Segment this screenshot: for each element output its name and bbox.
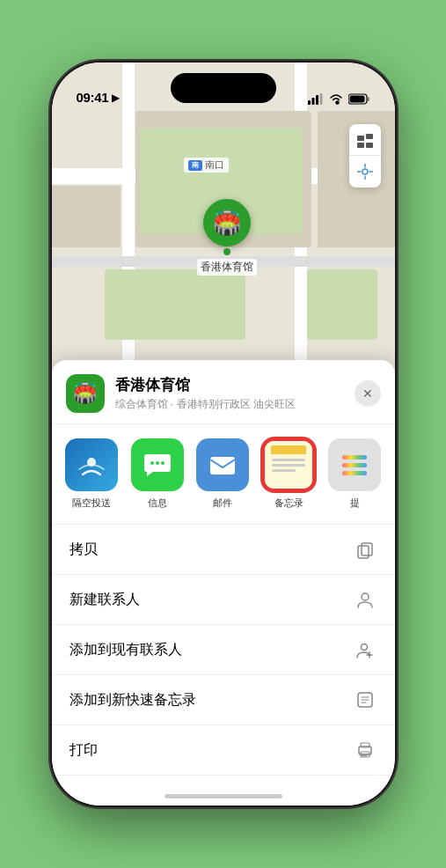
menu-item-print[interactable]: 打印 xyxy=(52,725,395,776)
svg-rect-3 xyxy=(319,93,322,105)
airdrop-icon-wrap xyxy=(65,438,118,491)
message-label: 信息 xyxy=(148,497,167,510)
notes-line-3 xyxy=(272,469,296,472)
svg-rect-8 xyxy=(366,134,373,139)
mail-icon-wrap xyxy=(196,438,249,491)
mail-label: 邮件 xyxy=(213,497,232,510)
menu-item-quick-note-label: 添加到新快速备忘录 xyxy=(69,691,196,710)
phone-frame: 09:41 ▶ xyxy=(52,63,395,805)
svg-rect-22 xyxy=(358,546,369,558)
signal-icon xyxy=(308,93,324,105)
menu-item-copy[interactable]: 拷贝 xyxy=(52,525,395,575)
more-icon-wrap xyxy=(328,438,381,491)
share-item-more[interactable]: 提 xyxy=(322,438,388,510)
map-type-button[interactable] xyxy=(349,124,381,156)
share-item-mail[interactable]: 邮件 xyxy=(190,438,256,510)
menu-item-add-contact[interactable]: 添加到现有联系人 xyxy=(52,625,395,675)
entrance-icon: 南 xyxy=(188,160,202,171)
venue-info: 香港体育馆 综合体育馆 · 香港特别行政区 油尖旺区 xyxy=(115,375,355,412)
menu-item-add-contact-label: 添加到现有联系人 xyxy=(69,641,182,659)
venue-name: 香港体育馆 xyxy=(115,375,355,395)
status-time: 09:41 xyxy=(77,90,109,105)
map-entrance-label: 南 南口 xyxy=(184,158,229,173)
menu-item-new-contact[interactable]: 新建联系人 xyxy=(52,575,395,625)
sheet-header: 🏟️ 香港体育馆 综合体育馆 · 香港特别行政区 油尖旺区 ✕ xyxy=(52,360,395,424)
close-button[interactable]: ✕ xyxy=(355,380,381,407)
svg-point-24 xyxy=(361,644,367,651)
pin-circle: 🏟️ xyxy=(203,199,251,246)
phone-screen: 09:41 ▶ xyxy=(52,63,395,805)
svg-rect-1 xyxy=(311,98,314,105)
menu-item-new-contact-label: 新建联系人 xyxy=(69,591,140,609)
svg-rect-9 xyxy=(357,143,364,148)
menu-item-quick-note[interactable]: 添加到新快速备忘录 xyxy=(52,675,395,725)
dynamic-island xyxy=(171,73,276,103)
message-icon xyxy=(143,450,172,480)
home-indicator xyxy=(165,794,282,798)
more-dot-2 xyxy=(342,463,367,467)
svg-rect-2 xyxy=(316,95,318,105)
map-green3 xyxy=(307,269,377,340)
quick-note-icon xyxy=(353,688,377,712)
copy-icon xyxy=(353,537,377,562)
notes-top-bar xyxy=(271,445,306,454)
svg-rect-0 xyxy=(308,100,311,105)
map-green2 xyxy=(105,269,245,340)
svg-point-17 xyxy=(150,461,154,465)
notes-icon-wrap xyxy=(262,438,315,491)
share-actions-row: 隔空投送 信息 xyxy=(52,424,395,525)
airdrop-icon xyxy=(77,450,106,480)
more-label: 提 xyxy=(350,497,360,510)
svg-point-23 xyxy=(362,593,369,600)
svg-point-11 xyxy=(362,169,368,174)
svg-rect-5 xyxy=(349,96,364,103)
print-icon xyxy=(353,738,377,762)
wifi-icon xyxy=(329,93,343,105)
more-dot-1 xyxy=(342,455,367,460)
svg-point-18 xyxy=(156,461,159,465)
venue-icon: 🏟️ xyxy=(66,374,105,413)
location-icon: ▶ xyxy=(112,92,120,104)
share-item-airdrop[interactable]: 隔空投送 xyxy=(59,438,125,510)
person-add-icon xyxy=(353,637,377,662)
share-item-notes[interactable]: 备忘录 xyxy=(256,438,322,510)
map-controls xyxy=(349,124,381,188)
svg-rect-10 xyxy=(366,143,373,148)
svg-rect-20 xyxy=(210,457,235,474)
menu-item-copy-label: 拷贝 xyxy=(69,541,98,559)
share-item-message[interactable]: 信息 xyxy=(124,438,190,510)
sheet-bottom-spacer xyxy=(52,776,395,805)
pin-label: 香港体育馆 xyxy=(197,259,257,276)
entrance-text: 南口 xyxy=(205,158,224,172)
location-button[interactable] xyxy=(349,156,381,188)
svg-rect-6 xyxy=(367,97,369,101)
map-block3 xyxy=(52,186,121,247)
mail-icon xyxy=(208,450,238,480)
status-icons xyxy=(308,93,370,105)
bottom-sheet: 🏟️ 香港体育馆 综合体育馆 · 香港特别行政区 油尖旺区 ✕ xyxy=(52,360,395,805)
venue-subtitle: 综合体育馆 · 香港特别行政区 油尖旺区 xyxy=(115,397,355,412)
airdrop-label: 隔空投送 xyxy=(72,497,111,510)
more-dots xyxy=(342,455,367,475)
svg-rect-7 xyxy=(357,136,364,141)
menu-item-print-label: 打印 xyxy=(69,741,98,760)
pin-stadium-icon: 🏟️ xyxy=(213,210,241,237)
notes-line-2 xyxy=(272,464,305,467)
svg-point-19 xyxy=(161,461,165,465)
pin-dot xyxy=(223,248,230,255)
more-dot-3 xyxy=(342,471,367,475)
svg-rect-21 xyxy=(362,543,372,555)
battery-icon xyxy=(348,93,370,105)
person-icon xyxy=(353,587,377,612)
notes-line-1 xyxy=(272,459,305,461)
message-icon-wrap xyxy=(131,438,184,491)
notes-label: 备忘录 xyxy=(274,497,303,510)
map-pin[interactable]: 🏟️ 香港体育馆 xyxy=(197,199,257,276)
notes-icon-inner xyxy=(265,441,312,489)
